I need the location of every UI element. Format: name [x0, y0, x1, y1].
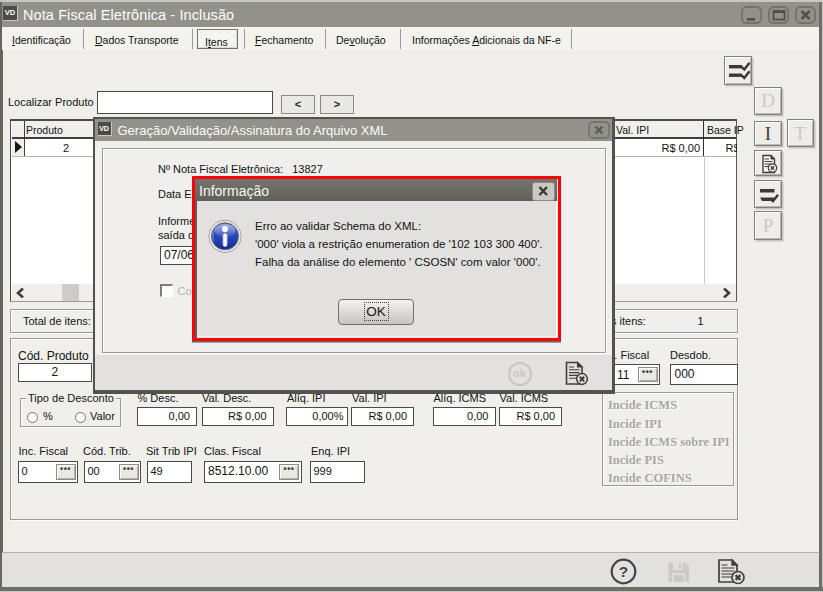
svg-text:?: ?	[619, 563, 628, 580]
